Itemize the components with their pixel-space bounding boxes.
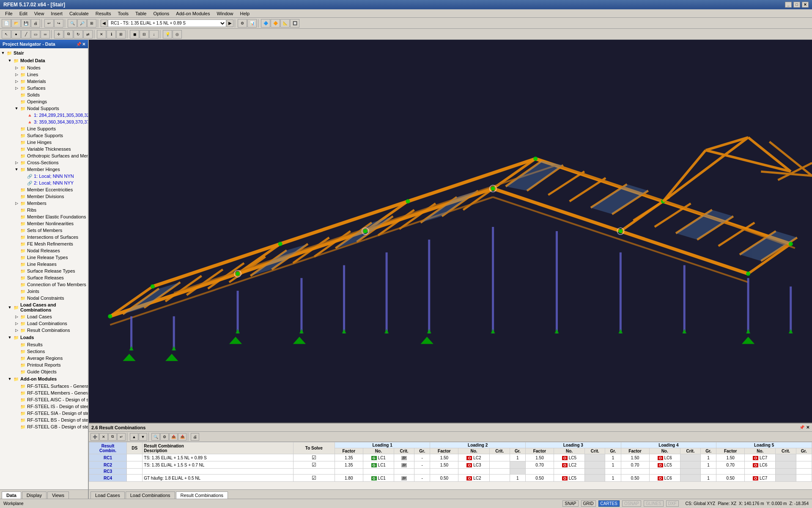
rt-print[interactable]: 🖨	[191, 433, 199, 441]
tree-solids[interactable]: 📁 Solids	[0, 91, 88, 98]
tb-view3[interactable]: 📐	[280, 19, 290, 28]
tb-fit[interactable]: ⊞	[87, 19, 96, 28]
snap-btn[interactable]: SNAP	[562, 500, 578, 507]
minimize-btn[interactable]: _	[785, 2, 792, 8]
tb2-rotate[interactable]: ↻	[74, 30, 83, 39]
tree-variable-thicknesses[interactable]: 📁 Variable Thicknesses	[0, 146, 88, 152]
menu-calculate[interactable]: Calculate	[66, 10, 92, 17]
menu-results[interactable]: Results	[92, 10, 115, 17]
tree-rfsteel-members[interactable]: 📁 RF-STEEL Members - General stres	[0, 389, 88, 396]
tb2-move[interactable]: ✛	[54, 30, 63, 39]
window-controls[interactable]: _ □ ✕	[785, 2, 809, 8]
tree-cross-sections[interactable]: ▷ 📁 Cross-Sections	[0, 159, 88, 166]
tb-new[interactable]: 📄	[2, 19, 11, 28]
tree-line-release-types[interactable]: 📁 Line Release Types	[0, 254, 88, 261]
load-case-combo[interactable]: RC1 - TS: 1.35 EL/AL + 1.5 NL + 0.89 S	[108, 19, 226, 27]
tree-intersections[interactable]: 📁 Intersections of Surfaces	[0, 234, 88, 240]
tree-line-releases[interactable]: 📁 Line Releases	[0, 261, 88, 268]
tb-next[interactable]: ▶	[227, 19, 233, 27]
tree-surface-release-types[interactable]: 📁 Surface Release Types	[0, 268, 88, 274]
tree-avg-regions[interactable]: 📁 Average Regions	[0, 355, 88, 362]
tb-undo[interactable]: ↩	[44, 19, 54, 28]
tree-rfsteel-aisc[interactable]: 📁 RF-STEEL AISC - Design of steel m	[0, 396, 88, 403]
tb2-copy[interactable]: ⧉	[64, 30, 73, 39]
tb2-display-mesh[interactable]: ⊟	[140, 30, 149, 39]
rt-settings[interactable]: ⚙	[160, 433, 169, 441]
menu-file[interactable]: File	[2, 10, 16, 17]
tree-printout[interactable]: 📁 Printout Reports	[0, 362, 88, 368]
tb2-mirror[interactable]: ⇌	[83, 30, 93, 39]
tree-nodal-constraints[interactable]: 📁 Nodal Constraints	[0, 295, 88, 301]
tb-prev[interactable]: ◀	[101, 19, 107, 27]
table-row[interactable]: RC4GT häufig: 1.8 EL/AL + 0.5 NL☑1.80G L…	[89, 475, 812, 482]
tab-display[interactable]: Display	[22, 491, 47, 499]
menu-tools[interactable]: Tools	[114, 10, 132, 17]
tb-zoom-out[interactable]: 🔎	[77, 19, 87, 28]
tab-load-combinations[interactable]: Load Combinations	[126, 491, 175, 499]
panel-controls[interactable]: 📌 ✕	[76, 42, 85, 47]
tree-nodal-releases[interactable]: 📁 Nodal Releases	[0, 247, 88, 254]
tb-view2[interactable]: 🔶	[271, 19, 280, 28]
tab-load-cases[interactable]: Load Cases	[91, 491, 125, 499]
tree-rfsteel-bs[interactable]: 📁 RF-STEEL BS - Design of steel mem	[0, 417, 88, 423]
3d-viewport[interactable]	[89, 40, 812, 422]
rt-filter[interactable]: 🔍	[151, 433, 160, 441]
tb2-display-load[interactable]: ↓	[149, 30, 159, 39]
tb2-table[interactable]: ⊞	[116, 30, 126, 39]
tb-open[interactable]: 📂	[11, 19, 21, 28]
maximize-btn[interactable]: □	[793, 2, 800, 8]
tree-nodal-support-3[interactable]: 🔺 3: 359,360,364,369,370,375,377,	[0, 119, 88, 125]
tree-container[interactable]: ▼ 📁 Stair ▼ 📁 Model Data ▷ 📁 Nodes ▷ 📁 L…	[0, 48, 88, 489]
tree-member-nonlinearities[interactable]: 📁 Member Nonlinearities	[0, 220, 88, 227]
table-row[interactable]: RC3	[89, 469, 812, 475]
tree-line-supports[interactable]: 📁 Line Supports	[0, 125, 88, 132]
panel-pin[interactable]: 📌	[76, 42, 81, 47]
panel-close[interactable]: ✕	[82, 42, 85, 47]
menu-help[interactable]: Help	[237, 10, 253, 17]
tb2-isolate[interactable]: ◎	[173, 30, 182, 39]
rt-export[interactable]: 📤	[169, 433, 178, 441]
tb2-member[interactable]: ═	[41, 30, 50, 39]
tb2-node[interactable]: ●	[11, 30, 21, 39]
tree-ribs[interactable]: 📁 Ribs	[0, 207, 88, 213]
tree-hinge-1[interactable]: 🔗 1: Local; NNN NYN	[0, 173, 88, 179]
tree-openings[interactable]: 📁 Openings	[0, 98, 88, 105]
glines-btn[interactable]: GLINES	[644, 500, 664, 507]
result-table-container[interactable]: ResultCombin. DS Result CombinationDescr…	[89, 442, 812, 489]
tb-results[interactable]: 📊	[247, 19, 257, 28]
rt-down[interactable]: ▼	[139, 433, 147, 441]
tree-rfsteel-surfaces[interactable]: 📁 RF-STEEL Surfaces - General stress	[0, 383, 88, 389]
tree-root[interactable]: ▼ 📁 Stair	[0, 49, 88, 57]
tb-print[interactable]: 🖨	[31, 19, 40, 28]
tb-zoom-in[interactable]: 🔍	[68, 19, 77, 28]
cartes-btn[interactable]: CARTES	[598, 500, 620, 507]
table-row[interactable]: RC2TS: 1.35 EL/AL + 1.5 S + 0.7 NL☑1.35G…	[89, 461, 812, 469]
menu-addon[interactable]: Add-on Modules	[173, 10, 213, 17]
tb2-display-model[interactable]: ◼	[130, 30, 139, 39]
tree-model-data[interactable]: ▼ 📁 Model Data	[0, 57, 88, 64]
tb-redo[interactable]: ↪	[54, 19, 63, 28]
menu-table[interactable]: Table	[132, 10, 150, 17]
result-panel-close[interactable]: ✕	[806, 425, 809, 430]
tree-nodes[interactable]: ▷ 📁 Nodes	[0, 64, 88, 71]
tree-sections[interactable]: 📁 Sections	[0, 348, 88, 355]
result-panel-pin[interactable]: 📌	[799, 425, 804, 430]
tree-nodal-supports[interactable]: ▼ 📁 Nodal Supports	[0, 105, 88, 112]
tab-result-combinations[interactable]: Result Combinations	[176, 491, 228, 499]
tree-sets-members[interactable]: 📁 Sets of Members	[0, 227, 88, 234]
tree-addon[interactable]: ▼ 📁 Add-on Modules	[0, 375, 88, 383]
tb-save[interactable]: 💾	[21, 19, 30, 28]
tree-surfaces[interactable]: ▷ 📁 Surfaces	[0, 85, 88, 91]
tree-orthotropic[interactable]: 📁 Orthotropic Surfaces and Membra	[0, 152, 88, 159]
tree-fe-mesh[interactable]: 📁 FE Mesh Refinements	[0, 240, 88, 247]
tb-view1[interactable]: 🔷	[261, 19, 270, 28]
rt-up[interactable]: ▲	[130, 433, 138, 441]
osnap-btn[interactable]: OSNAP	[622, 500, 641, 507]
tree-rfsteel-gb[interactable]: 📁 RF-STEEL GB - Design of steel mer	[0, 423, 88, 430]
menu-edit[interactable]: Edit	[16, 10, 31, 17]
tree-load-cases[interactable]: ▼ 📁 Load Cases and Combinations	[0, 301, 88, 313]
tree-surface-supports[interactable]: 📁 Surface Supports	[0, 132, 88, 139]
tab-views[interactable]: Views	[47, 491, 69, 499]
tree-results[interactable]: 📁 Results	[0, 341, 88, 348]
tree-members[interactable]: ▷ 📁 Members	[0, 200, 88, 207]
